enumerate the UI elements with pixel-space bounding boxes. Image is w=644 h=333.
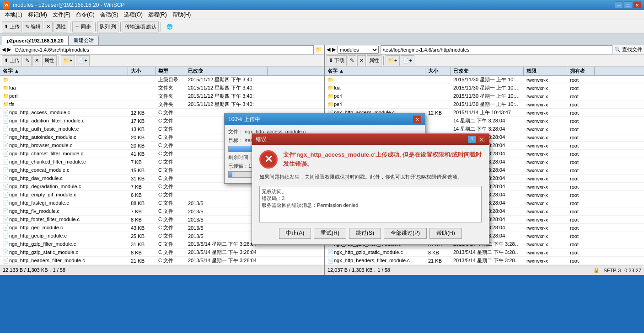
right-download-btn[interactable]: ⬇ 下载	[327, 55, 347, 66]
right-nav-back[interactable]: ◀	[327, 47, 330, 53]
list-item[interactable]: 📁lua 文件夹 2015/11/12 星期四 下午 3:40:	[0, 84, 324, 92]
error-description: 如果问题持续发生，关闭设置权限或保持时间戳。此外，你也可以打开'忽略权限错误'选…	[259, 173, 482, 181]
session-time: 0:33:27	[624, 268, 641, 273]
close-button[interactable]: ✕	[633, 1, 641, 9]
list-item[interactable]: 📁perl 2015/11/30 星期一 上午 10:20:15 rwxrwxr…	[325, 92, 644, 100]
upload-total-bar-fill	[229, 172, 232, 177]
delete-button[interactable]: ✕	[44, 21, 53, 32]
minimize-button[interactable]: ─	[615, 1, 623, 9]
window-title: modules - p2puser@192.168.16.20 - WinSCP	[13, 2, 615, 8]
menu-options[interactable]: 选项(O)	[121, 10, 145, 20]
toolbar-separator-4	[161, 22, 161, 32]
abort-button[interactable]: 中止(A)	[279, 228, 311, 239]
right-file-header: 名字 ▲ 大小 已改变 权限 拥有者	[325, 67, 644, 76]
main-toolbar: ⬆ 上传 ✎ 编辑 ✕ 属性 ↔ 同步 队列 列 传输选项 默认 🌐	[0, 20, 644, 34]
skip-button[interactable]: 跳过(S)	[349, 228, 381, 239]
app-icon: W	[3, 1, 10, 9]
list-item[interactable]: 📁lua 2015/11/30 星期一 上午 10:20:17 rwxrwxr-…	[325, 84, 644, 92]
right-sep	[383, 56, 384, 65]
right-find-button[interactable]: 🔍 查找文件	[614, 46, 642, 53]
window-controls: ─ □ ✕	[615, 1, 641, 9]
skip-all-button[interactable]: 全部跳过(P)	[384, 228, 427, 239]
left-new-file[interactable]: 📄+	[76, 55, 90, 66]
left-browse-button[interactable]: 📁	[316, 47, 322, 53]
toolbar-separator-1	[70, 22, 70, 32]
left-col-name[interactable]: 名字 ▲	[0, 67, 128, 75]
list-item[interactable]: 📄ngx_http_headers_filter_module.c 21 KB …	[0, 257, 324, 265]
right-new-file[interactable]: 📄+	[401, 55, 414, 66]
tab-new-session[interactable]: 新建会话	[69, 36, 99, 45]
menu-local[interactable]: 本地(L)	[2, 10, 25, 20]
error-dialog-body: ✕ 文件'ngx_http_access_module.c'上传成功, 但是在设…	[252, 145, 489, 244]
right-edit-btn[interactable]: ✎	[348, 55, 356, 66]
right-col-owner[interactable]: 拥有者	[567, 67, 595, 75]
left-col-type[interactable]: 类型	[156, 67, 185, 75]
list-item[interactable]: 📁tfs 文件夹 2015/11/12 星期四 下午 3:40:	[0, 100, 324, 109]
retry-button[interactable]: 重试(R)	[314, 228, 346, 239]
right-col-perm[interactable]: 权限	[524, 67, 567, 75]
title-bar: W modules - p2puser@192.168.16.20 - WinS…	[0, 0, 644, 10]
upload-file-label: 文件：	[228, 129, 243, 134]
left-nav-back[interactable]: ◀	[2, 47, 5, 53]
right-col-size[interactable]: 大小	[425, 67, 451, 75]
upload-dest-label: 目标：	[228, 137, 243, 143]
maximize-button[interactable]: □	[624, 1, 632, 9]
left-path[interactable]: D:\tengine-1.4.6\src\http\modules	[13, 45, 314, 54]
error-dialog: 错误 ? ✕ ✕ 文件'ngx_http_access_module.c'上传成…	[252, 133, 489, 245]
list-item[interactable]: 📄ngx_http_gzip_static_module.c 8 KB 2013…	[325, 248, 644, 257]
error-icon: ✕	[259, 150, 278, 169]
left-new-folder[interactable]: 📁+	[61, 55, 75, 66]
properties-button[interactable]: 属性	[54, 21, 68, 32]
error-header: ✕ 文件'ngx_http_access_module.c'上传成功, 但是在设…	[259, 150, 482, 169]
menu-file[interactable]: 文件(F)	[50, 10, 73, 20]
right-delete-btn[interactable]: ✕	[357, 55, 366, 66]
queue-button[interactable]: 队列 列	[97, 21, 118, 32]
menu-mark[interactable]: 标记(M)	[25, 10, 50, 20]
menu-help[interactable]: 帮助(H)	[170, 10, 194, 20]
left-nav-fwd[interactable]: ▶	[7, 47, 11, 53]
upload-close-button[interactable]: ✕	[413, 116, 421, 123]
menu-session[interactable]: 会话(S)	[97, 10, 121, 20]
right-path[interactable]: /test/lop/tengine-1.4.6/src/http/modules	[381, 45, 612, 54]
left-delete-btn[interactable]: ✕	[32, 55, 41, 66]
list-item[interactable]: 📁perl 文件夹 2015/11/12 星期四 下午 3:40:	[0, 92, 324, 100]
left-col-size[interactable]: 大小	[128, 67, 156, 75]
list-item[interactable]: 📁.. 2015/11/30 星期一 上午 10:20:17 rwxrwxr-x…	[325, 76, 644, 84]
sync-button[interactable]: ↔ 同步	[72, 21, 93, 32]
right-attr-btn[interactable]: 属性	[367, 55, 381, 66]
left-status-bar: 12,133 B / 1,303 KB，1 / 58	[0, 265, 324, 275]
left-upload-btn[interactable]: ⬆ 上传	[2, 55, 22, 66]
tab-bar: p2puser@192.168.16.20 新建会话	[0, 34, 644, 45]
toolbar-separator-2	[95, 22, 96, 32]
right-col-name[interactable]: 名字 ▲	[325, 67, 425, 75]
upload-button[interactable]: ⬆ 上传	[2, 21, 22, 32]
list-item[interactable]: 📄ngx_http_headers_filter_module.c 21 KB …	[325, 257, 644, 265]
menu-remote[interactable]: 远程(R)	[145, 10, 170, 20]
right-status-text: 12,037 B / 1,303 KB，1 / 58	[327, 267, 390, 274]
tab-session[interactable]: p2puser@192.168.16.20	[2, 36, 69, 45]
right-nav-fwd[interactable]: ▶	[332, 47, 336, 53]
left-attr-btn[interactable]: 属性	[42, 55, 57, 66]
help-button[interactable]: 帮助(H)	[429, 228, 462, 239]
error-help-icon[interactable]: ?	[468, 136, 476, 143]
list-item[interactable]: 📁perl 2015/11/30 星期一 上午 10:20:15 rwxrwxr…	[325, 100, 644, 109]
left-col-date[interactable]: 已改变	[185, 67, 268, 75]
left-status-text: 12,133 B / 1,303 KB，1 / 58	[3, 267, 65, 274]
right-drive-select[interactable]: modules	[338, 46, 379, 54]
error-detail-line-2: 错误码：3	[262, 195, 479, 202]
edit-button[interactable]: ✎ 编辑	[23, 21, 43, 32]
right-new-folder[interactable]: 📁+	[386, 55, 399, 66]
left-edit-btn[interactable]: ✎	[23, 55, 32, 66]
list-item[interactable]: 📁.. 上级目录 2015/11/12 星期四 下午 3:40:	[0, 76, 324, 84]
right-status-bar: 12,037 B / 1,303 KB，1 / 58 🔒 SFTP-3 0:33…	[325, 265, 644, 275]
error-detail-line-1: 无权访问。	[262, 188, 479, 195]
upload-title-text: 100% 上传中	[228, 116, 260, 123]
right-col-date[interactable]: 已改变	[451, 67, 524, 75]
session-indicator: 🌐	[166, 24, 173, 30]
list-item[interactable]: 📄ngx_http_gzip_static_module.c 8 KB C 文件…	[0, 248, 324, 257]
transfer-options[interactable]: 传输选项 默认	[123, 21, 159, 32]
menu-command[interactable]: 命令(C)	[73, 10, 97, 20]
upload-remaining-label: 剩余时间	[228, 154, 248, 160]
error-close-button[interactable]: ✕	[477, 136, 485, 143]
error-detail-box[interactable]: 无权访问。 错误码：3 服务器返回的错误消息：Permission denied	[259, 186, 482, 222]
